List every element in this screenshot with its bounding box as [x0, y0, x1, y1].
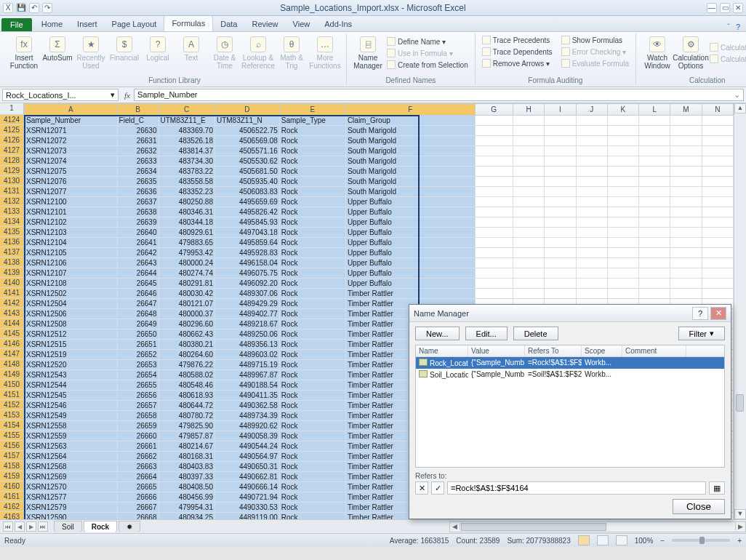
- cell[interactable]: 4490362.58: [214, 401, 279, 411]
- cell[interactable]: XSRN12579: [25, 503, 118, 513]
- cell[interactable]: [475, 258, 513, 268]
- cell[interactable]: 4495659.69: [214, 197, 279, 207]
- row-header[interactable]: 4136: [0, 237, 23, 247]
- cell[interactable]: 26639: [117, 217, 159, 228]
- cell[interactable]: 26660: [117, 431, 159, 441]
- cell[interactable]: [639, 228, 670, 238]
- cell[interactable]: [702, 258, 733, 268]
- cell[interactable]: [702, 177, 733, 187]
- cell[interactable]: [475, 177, 513, 187]
- filter-button[interactable]: Filter ▾: [678, 327, 725, 340]
- row-header[interactable]: 4124: [0, 115, 23, 125]
- name-manager-button[interactable]: ⌸Name Manager: [351, 35, 385, 71]
- cell[interactable]: Rock: [279, 452, 345, 462]
- cell[interactable]: [607, 238, 638, 248]
- cell[interactable]: 480291.81: [159, 279, 214, 289]
- cell[interactable]: 26665: [117, 482, 159, 492]
- cell[interactable]: 479953.42: [159, 248, 214, 258]
- row-header[interactable]: 4160: [0, 481, 23, 492]
- cell[interactable]: [513, 289, 544, 299]
- cell[interactable]: Rock: [279, 258, 345, 268]
- cell[interactable]: 4505530.62: [214, 156, 279, 167]
- cell[interactable]: [576, 207, 607, 217]
- tab-nav-next-icon[interactable]: ▶: [26, 521, 36, 532]
- tab-home[interactable]: Home: [34, 17, 70, 31]
- refers-to-input[interactable]: [447, 481, 706, 495]
- col-comment[interactable]: Comment: [622, 345, 686, 356]
- cell[interactable]: 4489734.39: [214, 411, 279, 421]
- cell[interactable]: [513, 126, 544, 136]
- cell[interactable]: 480780.72: [159, 411, 214, 421]
- cell[interactable]: [576, 217, 607, 228]
- row-header[interactable]: 4158: [0, 461, 23, 471]
- chevron-down-icon[interactable]: ▾: [111, 90, 115, 100]
- cell[interactable]: [607, 156, 638, 167]
- cell[interactable]: 26663: [117, 462, 159, 472]
- cell[interactable]: [702, 146, 733, 156]
- cell[interactable]: [545, 156, 576, 167]
- cell[interactable]: Upper Buffalo: [345, 258, 475, 268]
- cell[interactable]: [607, 279, 638, 289]
- cell[interactable]: 4495859.64: [214, 238, 279, 248]
- cell[interactable]: Claim_Group: [345, 116, 475, 126]
- row-header[interactable]: 4131: [0, 186, 23, 196]
- row-header[interactable]: 4152: [0, 400, 23, 410]
- cell[interactable]: Upper Buffalo: [345, 268, 475, 279]
- cell[interactable]: 26659: [117, 421, 159, 431]
- cell[interactable]: [607, 187, 638, 197]
- redo-icon[interactable]: ↷: [42, 3, 52, 13]
- cell[interactable]: Rock: [279, 370, 345, 380]
- row-header[interactable]: 4142: [0, 298, 23, 308]
- row-header[interactable]: 4146: [0, 339, 23, 349]
- cell[interactable]: 480214.67: [159, 441, 214, 452]
- cell[interactable]: 480296.60: [159, 319, 214, 329]
- cell[interactable]: 4489715.19: [214, 360, 279, 370]
- cell[interactable]: [545, 177, 576, 187]
- cell[interactable]: Rock: [279, 187, 345, 197]
- cell[interactable]: 26640: [117, 228, 159, 238]
- cell[interactable]: [607, 268, 638, 279]
- cell[interactable]: 26630: [117, 126, 159, 136]
- cell[interactable]: [545, 279, 576, 289]
- view-page-break-icon[interactable]: [616, 535, 627, 545]
- cell[interactable]: South Marigold: [345, 167, 475, 177]
- cell[interactable]: [670, 136, 702, 146]
- cell[interactable]: 4495845.93: [214, 217, 279, 228]
- row-header[interactable]: 4137: [0, 247, 23, 257]
- tab-review[interactable]: Review: [244, 17, 285, 31]
- col-header[interactable]: I: [545, 104, 576, 116]
- cell[interactable]: XSRN12104: [25, 238, 118, 248]
- cell[interactable]: Rock: [279, 289, 345, 299]
- cell[interactable]: 480168.31: [159, 452, 214, 462]
- cell[interactable]: [607, 126, 638, 136]
- cell[interactable]: [545, 228, 576, 238]
- cell[interactable]: [670, 217, 702, 228]
- cell[interactable]: Rock: [279, 197, 345, 207]
- row-header[interactable]: 4150: [0, 380, 23, 390]
- col-header[interactable]: K: [607, 104, 638, 116]
- row-header[interactable]: 4155: [0, 431, 23, 441]
- tab-view[interactable]: View: [286, 17, 318, 31]
- cell[interactable]: 26664: [117, 472, 159, 482]
- calculate-now-button[interactable]: Calculate Now: [707, 42, 746, 52]
- cell[interactable]: [702, 279, 733, 289]
- cell[interactable]: Field_C: [117, 116, 159, 126]
- zoom-in-icon[interactable]: +: [737, 537, 742, 545]
- refers-accept-icon[interactable]: ✓: [431, 481, 444, 495]
- cell[interactable]: XSRN12590: [25, 513, 118, 520]
- cell[interactable]: 26657: [117, 401, 159, 411]
- cell[interactable]: 26653: [117, 360, 159, 370]
- cell[interactable]: XSRN12563: [25, 441, 118, 452]
- formula-bar[interactable]: Sample_Number⌄: [134, 89, 744, 101]
- cell[interactable]: [639, 167, 670, 177]
- cell[interactable]: 480380.21: [159, 340, 214, 350]
- cell[interactable]: 26637: [117, 197, 159, 207]
- cell[interactable]: 480000.37: [159, 309, 214, 319]
- cell[interactable]: [670, 167, 702, 177]
- text-button[interactable]: AText: [175, 35, 208, 71]
- cell[interactable]: XSRN12071: [25, 126, 118, 136]
- cell[interactable]: [639, 217, 670, 228]
- cell[interactable]: [513, 228, 544, 238]
- row-header[interactable]: 4139: [0, 268, 23, 278]
- error-checking-button[interactable]: Error Checking ▾: [559, 47, 631, 57]
